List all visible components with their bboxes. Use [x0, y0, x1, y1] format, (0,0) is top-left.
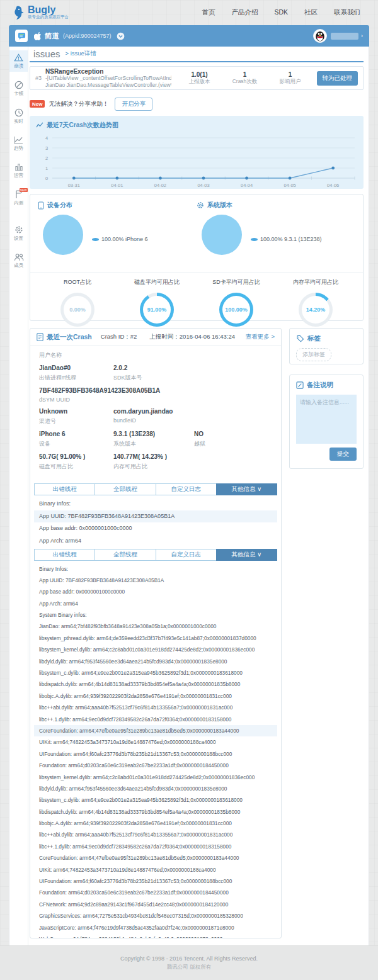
crash-field: NO越狱 — [194, 431, 268, 448]
binary-info-row: JianDao: arm64;7bf482f93bfb3648a91423e30… — [34, 621, 277, 632]
share-prompt: 无法解决？分享求助！ — [49, 100, 108, 108]
crash-field: com.daryun.jiandaobundleID — [113, 408, 194, 425]
crash-field: 7BF482F93BFB3648A91423E308A05B1AdSYM UUI… — [39, 387, 113, 403]
crash-field: iPhone 6设备 — [39, 431, 113, 448]
sidebar-item-realtime[interactable]: 实时 — [9, 105, 28, 127]
top-nav-link[interactable]: 社区 — [304, 8, 318, 17]
sidebar-item-lag[interactable]: 卡顿 — [9, 77, 28, 99]
svg-text:04-02: 04-02 — [154, 183, 166, 188]
copyright-en: Copyright © 1998 - 2016 Tencent. All Rig… — [0, 955, 378, 962]
document-icon — [37, 333, 43, 341]
os-gear-icon — [197, 201, 204, 209]
app-bar: 简道 (Appid:900024757) › — [9, 25, 369, 47]
gauge: SD卡平均可用占比 100.00% — [197, 273, 276, 327]
sidebar-item-trend[interactable]: 趋势 — [9, 133, 28, 154]
binary-info-row: UIFoundation: arm64;f60afc23776d3b78b235… — [34, 748, 277, 760]
crash-tab[interactable]: 全部线程 — [94, 483, 156, 495]
gauge: 磁盘平均可用占比 91.00% — [117, 273, 197, 327]
binary-info-row: libdyld.dylib: arm64;f953f45560ee3d64aea… — [34, 656, 277, 667]
crash-tab[interactable]: 出错线程 — [34, 483, 95, 495]
crash-fields: 用户名称 JianDao#0出错进程#线程2.0.2SDK版本号 7BF482F… — [30, 346, 281, 480]
app-icon[interactable] — [15, 30, 28, 42]
binary-info-row: App Arch: arm64 — [34, 535, 277, 548]
os-distribution: 系统版本 100.00% 9.3.1 (13E238) — [197, 201, 355, 269]
binary-info-row: UIFoundation: arm64;f60afc23776d3b78b235… — [34, 876, 277, 887]
binary-info-row: App base addr: 0x0000001000c0000 — [34, 522, 277, 535]
gauge-row: ROOT占比 0.00% 磁盘平均可用占比 91.00% — [38, 273, 355, 327]
issue-index: #3 — [35, 75, 45, 81]
crash-tab[interactable]: 出错线程 — [34, 549, 95, 561]
binary-info-block-2: Binary Infos:App UUID: 7BF482F93BFB3648A… — [34, 563, 277, 939]
issue-title: NSRangeException — [45, 68, 171, 75]
binary-info-row: libdispatch.dylib: arm64;4b14d83138ad333… — [34, 679, 277, 690]
issue-card[interactable]: #3 NSRangeException -[UITableView _conte… — [30, 66, 364, 90]
apple-icon — [34, 32, 41, 40]
app-name: 简道 — [45, 31, 59, 41]
submit-note-button[interactable]: 提交 — [329, 448, 357, 461]
new-flag-badge: New — [30, 100, 45, 108]
copyright-cn: 腾讯公司 版权所有 — [0, 964, 378, 971]
sidebar-item-operation[interactable]: 运营 — [9, 160, 28, 181]
crash-tabs: 出错线程全部线程自定义日志其他信息 ∨ — [34, 483, 277, 495]
crash-field: JianDao#0出错进程#线程 — [39, 364, 113, 382]
binary-info-row: System Binary infos: — [34, 609, 277, 621]
notes-textarea[interactable] — [296, 395, 357, 444]
view-more-link[interactable]: 查看更多 > — [246, 333, 275, 341]
svg-text:2: 2 — [45, 155, 48, 161]
issue-stats: 1.0(1)上报版本1Crash次数1影响用户 — [177, 71, 313, 86]
crash-trend-panel: 最近7天Crash次数趋势图 0123403-3104-0104-0204-03… — [30, 116, 364, 189]
issue-detail-line1: -[UITableView _contentOffsetForScrolling… — [45, 75, 171, 82]
crash-report-time: 上报时间：2016-04-06 16:43:24 — [149, 333, 235, 341]
gear-icon — [14, 225, 23, 234]
sidebar: 崩溃 卡顿 实时 趋势 运营 NEW 内测 — [9, 47, 28, 947]
crash-tab[interactable]: 自定义日志 — [156, 483, 217, 495]
binary-info-row: App UUID: 7BF482F93BFB3648A91423E308A05B… — [34, 575, 277, 586]
breadcrumb-root[interactable]: issues — [33, 48, 60, 59]
binary-info-row: libobjc.A.dylib: arm64;939f392022903f2da… — [34, 690, 277, 702]
binary-info-row: WebCore: arm64;f784cea3224136b1a484a0ab2… — [34, 933, 277, 938]
new-badge: NEW — [20, 188, 28, 192]
binary-info-row: libc++abi.dylib: arm64;aaa40b7f52513cf79… — [34, 829, 277, 840]
add-tag-button[interactable]: 添加标签 — [296, 348, 331, 361]
top-nav-link[interactable]: 首页 — [202, 8, 215, 17]
crash-tab[interactable]: 全部线程 — [94, 549, 156, 561]
top-nav-link[interactable]: 产品介绍 — [231, 8, 258, 17]
svg-text:4: 4 — [45, 135, 48, 141]
top-nav-link[interactable]: SDK — [274, 8, 288, 17]
crash-tab[interactable]: 其他信息 ∨ — [216, 549, 277, 561]
sidebar-item-members[interactable]: 成员 — [9, 250, 28, 271]
crash-field: 140.77M( 14.23% )内存可用占比 — [113, 453, 194, 471]
open-share-button[interactable]: 开启分享 — [115, 98, 152, 111]
sidebar-item-settings[interactable]: 设置 — [9, 222, 28, 244]
crash-field: Unknown渠道号 — [39, 408, 113, 425]
breadcrumb-current: > issue详情 — [66, 50, 96, 58]
user-name-redacted — [331, 33, 358, 40]
svg-text:04-05: 04-05 — [284, 183, 296, 188]
user-chevron-icon: › — [361, 33, 363, 39]
warning-triangle-icon — [14, 54, 23, 62]
crash-field: 用户名称 — [39, 351, 113, 359]
footer: Copyright © 1998 - 2016 Tencent. All Rig… — [0, 945, 378, 980]
svg-text:04-01: 04-01 — [111, 183, 123, 188]
legend-marker — [92, 238, 99, 241]
crash-id: Crash ID：#2 — [101, 333, 137, 341]
binary-info-row: libobjc.A.dylib: arm64;939f392022903f2da… — [34, 818, 277, 829]
user-menu[interactable]: › — [313, 29, 363, 43]
binary-info-row: libdyld.dylib: arm64;f953f45560ee3d64aea… — [34, 783, 277, 794]
binary-info-row: Foundation: arm64;d0203ca50e6c319eab2c67… — [34, 887, 277, 898]
sidebar-item-crash[interactable]: 崩溃 — [9, 50, 28, 72]
binary-info-row: libc++.1.dylib: arm64;9ec0d9dcf728349582… — [34, 714, 277, 725]
crash-field: 50.7G( 91.00% )磁盘可用占比 — [39, 453, 113, 471]
binary-info-row: libsystem_pthread.dylib: arm64;de359eedd… — [34, 633, 277, 644]
binary-info-row: JavaScriptCore: arm64;f476e19d9f4738d5ac… — [34, 922, 277, 933]
binary-info-row: CFNetwork: arm64;9d2c89aa29143c1f967d455… — [34, 899, 277, 910]
bugly-logo[interactable]: Bugly 最专业的质量跟踪平台 — [13, 5, 69, 20]
crash-tab[interactable]: 其他信息 ∨ — [216, 483, 277, 495]
top-nav-link[interactable]: 联系我们 — [334, 8, 360, 17]
crash-tab[interactable]: 自定义日志 — [156, 549, 217, 561]
sidebar-item-beta[interactable]: NEW 内测 — [9, 187, 28, 209]
mark-processed-button[interactable]: 转为已处理 — [317, 71, 358, 86]
app-switcher-chevron-icon[interactable] — [117, 32, 125, 40]
crash-field: 9.3.1 (13E238)系统版本 — [113, 431, 194, 448]
binary-info-row: libsystem_kernel.dylib: arm64;c2c8abd01c… — [34, 644, 277, 655]
